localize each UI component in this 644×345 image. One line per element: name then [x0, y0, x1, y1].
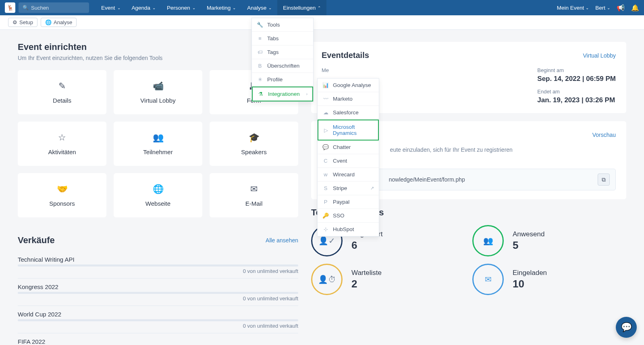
tool-speakers[interactable]: 🎓Speakers — [210, 122, 298, 166]
status-circle: ✉ — [472, 264, 504, 295]
tool-e-mail[interactable]: ✉E-Mail — [210, 173, 298, 217]
tool-label: Details — [53, 97, 71, 104]
sale-progress — [18, 292, 298, 294]
dd-label: Microsoft Dynamics — [333, 124, 373, 136]
dd-icon: ☁ — [322, 109, 329, 116]
dd-label: Stripe — [333, 185, 347, 191]
tool-aktivitäten[interactable]: ☆Aktivitäten — [18, 122, 106, 166]
sales-view-all[interactable]: Alle ansehen — [266, 237, 298, 244]
sales-header: Verkäufe Alle ansehen — [18, 235, 298, 246]
dd-label: SSO — [333, 213, 345, 219]
status-circle: 👤⏱ — [311, 264, 343, 295]
dd-label: Tabs — [267, 35, 279, 41]
dd-sub-stripe[interactable]: SStripe↗ — [318, 182, 379, 195]
start-value: Sep. 14, 2022 | 06:59 PM — [537, 75, 616, 83]
sale-progress — [18, 264, 298, 266]
status-number: 6 — [351, 239, 382, 252]
app-logo[interactable]: 🦌 — [5, 2, 15, 13]
dd-sub-google-analyse[interactable]: 📊Google Analyse — [318, 79, 379, 92]
nav-item-marketing[interactable]: Marketing⌄ — [201, 0, 241, 15]
nav-item-einstellungen[interactable]: Einstellungen⌃ — [277, 0, 326, 15]
tool-label: Aktivitäten — [48, 149, 76, 155]
sale-item[interactable]: Kongress 20220 von unlimited verkauft — [18, 279, 298, 306]
dd-item-tools[interactable]: 🔧Tools — [252, 18, 313, 32]
tool-label: Virtual Lobby — [140, 97, 175, 104]
dd-label: Google Analyse — [333, 82, 371, 88]
dd-label: Salesforce — [333, 109, 359, 116]
dd-label: Überschriften — [267, 63, 299, 69]
nav-item-analyse[interactable]: Analyse⌄ — [241, 0, 277, 15]
analyse-button[interactable]: 🌐Analyse — [41, 18, 77, 27]
chat-bubble[interactable]: 💬 — [616, 317, 637, 338]
sale-item[interactable]: World Cup 20220 von unlimited verkauft — [18, 306, 298, 333]
nav-my-event[interactable]: Mein Event⌄ — [557, 5, 589, 11]
aktivitäten-icon: ☆ — [58, 132, 66, 143]
status-number: 5 — [513, 239, 544, 252]
dd-item-überschriften[interactable]: BÜberschriften — [252, 59, 313, 73]
nav-item-event[interactable]: Event⌄ — [96, 0, 126, 15]
start-label: Beginnt am — [537, 67, 616, 73]
announce-icon[interactable]: 📢 — [617, 4, 625, 12]
tool-label: E-Mail — [245, 200, 263, 207]
tool-sponsors[interactable]: 🤝Sponsors — [18, 173, 106, 217]
search-box[interactable]: 🔍 — [19, 2, 89, 13]
dd-icon: 〰 — [322, 96, 329, 102]
end-label: Endet am — [537, 89, 616, 95]
dd-sub-cvent[interactable]: CCvent — [318, 154, 379, 168]
dd-item-profile[interactable]: ✳Profile — [252, 73, 313, 87]
chat-icon: 💬 — [621, 322, 632, 333]
dd-icon: 💬 — [322, 144, 329, 150]
top-nav: 🦌 🔍 Event⌄Agenda⌄Personen⌄Marketing⌄Anal… — [0, 0, 644, 15]
copy-button[interactable]: ⧉ — [598, 174, 610, 186]
nav-right: Mein Event⌄ Bert⌄ 📢 🔔 — [557, 4, 639, 12]
sales-title: Verkäufe — [18, 235, 55, 246]
nav-item-agenda[interactable]: Agenda⌄ — [126, 0, 162, 15]
end-value: Jan. 19, 2023 | 03:26 PM — [537, 96, 616, 104]
details-icon: ✎ — [58, 81, 66, 91]
dd-sub-salesforce[interactable]: ☁Salesforce — [318, 106, 379, 120]
tool-details[interactable]: ✎Details — [18, 70, 106, 114]
settings-dropdown: 🔧Tools≡Tabs🏷TagsBÜberschriften✳Profile⚗I… — [251, 18, 314, 102]
dd-icon: ≡ — [257, 35, 263, 41]
dd-item-tabs[interactable]: ≡Tabs — [252, 32, 313, 45]
dd-sub-wirecard[interactable]: wWirecard — [318, 168, 379, 182]
dd-item-tags[interactable]: 🏷Tags — [252, 45, 313, 59]
dd-sub-sso[interactable]: 🔑SSO — [318, 209, 379, 223]
dd-sub-paypal[interactable]: PPaypal — [318, 195, 379, 209]
teilnehmer-icon: 👥 — [153, 132, 164, 143]
preview-link[interactable]: Vorschau — [592, 132, 616, 138]
sale-progress — [18, 319, 298, 321]
sales-list: Technical Writing API0 von unlimited ver… — [18, 251, 298, 345]
tool-webseite[interactable]: 🌐Webseite — [114, 173, 202, 217]
speakers-icon: 🎓 — [249, 132, 260, 143]
dd-icon: 🔑 — [322, 213, 329, 219]
dd-sub-chatter[interactable]: 💬Chatter — [318, 140, 379, 154]
sale-item[interactable]: Technical Writing API0 von unlimited ver… — [18, 251, 298, 279]
sale-name: Kongress 2022 — [18, 283, 298, 290]
sale-item[interactable]: FIFA 2022 — [18, 333, 298, 345]
search-input[interactable] — [31, 5, 85, 11]
nav-user[interactable]: Bert⌄ — [595, 5, 610, 11]
dd-sub-hubspot[interactable]: ⊹HubSpot — [318, 223, 379, 236]
external-icon: ↗ — [370, 186, 374, 191]
sponsors-icon: 🤝 — [57, 184, 68, 194]
status-warteliste: 👤⏱Warteliste2 — [311, 264, 465, 295]
nav-item-personen[interactable]: Personen⌄ — [161, 0, 201, 15]
dd-sub-marketo[interactable]: 〰Marketo — [318, 92, 379, 106]
sale-name: World Cup 2022 — [18, 311, 298, 318]
dd-icon: ⚗ — [258, 91, 264, 97]
chevron-down-icon: ⌄ — [192, 6, 195, 10]
dd-item-integrationen[interactable]: ⚗Integrationen› — [252, 87, 313, 101]
tool-teilnehmer[interactable]: 👥Teilnehmer — [114, 122, 202, 166]
sale-count: 0 von unlimited verkauft — [18, 323, 298, 329]
bell-icon[interactable]: 🔔 — [631, 4, 639, 12]
dd-label: Wirecard — [333, 171, 355, 178]
tool-virtual-lobby[interactable]: 📹Virtual Lobby — [114, 70, 202, 114]
chevron-up-icon: ⌃ — [318, 6, 321, 10]
chevron-down-icon: ⌄ — [117, 6, 120, 10]
dd-sub-microsoft-dynamics[interactable]: ▷Microsoft Dynamics — [318, 120, 379, 140]
chevron-down-icon: ⌄ — [152, 6, 156, 10]
virtual-lobby-link[interactable]: Virtual Lobby — [583, 52, 616, 59]
webseite-icon: 🌐 — [153, 184, 164, 194]
setup-button[interactable]: ⚙Setup — [8, 18, 37, 27]
